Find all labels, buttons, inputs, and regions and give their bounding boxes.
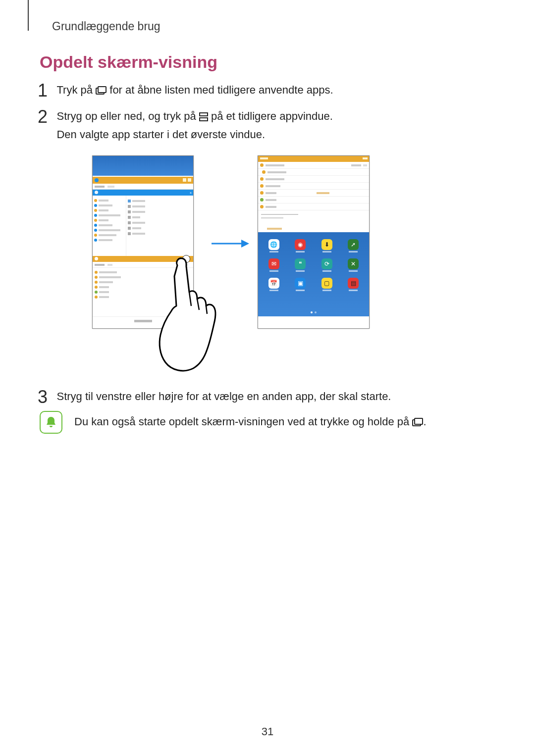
svg-rect-7 (415, 418, 423, 424)
illustration-screen-right: ▬▬▬▬▬▬▬▬▬▬▬▬▬▬▬▬▬▬▬▬▬▬▬▬ 🌐 ◉ ⬇ ➚ ✉ ❝ ⟳ ✕… (258, 155, 370, 329)
note-post: . (423, 415, 426, 428)
svg-rect-1 (98, 87, 106, 93)
step-1-number: 1 (38, 82, 48, 100)
step-2-line2: Den valgte app starter i det øverste vin… (56, 128, 265, 141)
step-2-pre: Stryg op eller ned, og tryk på (56, 110, 199, 122)
page-number: 31 (0, 725, 535, 738)
step-3-number: 3 (38, 388, 48, 406)
step-1-text: Tryk på for at åbne listen med tidligere… (56, 82, 333, 100)
step-3: 3 Stryg til venstre eller højre for at v… (38, 388, 391, 406)
header-rule (28, 0, 29, 31)
svg-marker-5 (241, 240, 249, 248)
step-2-number: 2 (38, 108, 48, 126)
step-3-text: Stryg til venstre eller højre for at væl… (56, 388, 391, 405)
step-2: 2 Stryg op eller ned, og tryk på på et t… (38, 108, 333, 143)
step-1-post: for at åbne listen med tidligere anvendt… (109, 84, 333, 96)
step-1-pre: Tryk på (56, 84, 96, 96)
step-2-post: på et tidligere appvindue. (211, 110, 333, 122)
svg-rect-3 (200, 118, 208, 121)
illustration: × (89, 152, 446, 370)
split-screen-icon (199, 109, 208, 126)
note-bell-icon (40, 411, 62, 434)
section-heading: Opdelt skærm-visning (40, 52, 217, 72)
recent-apps-icon (96, 83, 107, 100)
arrow-icon (211, 237, 250, 252)
note: Du kan også starte opdelt skærm-visninge… (40, 411, 427, 434)
note-text: Du kan også starte opdelt skærm-visninge… (74, 415, 427, 430)
step-2-text: Stryg op eller ned, og tryk på på et tid… (56, 108, 332, 143)
note-pre: Du kan også starte opdelt skærm-visninge… (74, 415, 412, 428)
svg-rect-2 (200, 113, 208, 116)
recent-apps-icon (412, 417, 423, 430)
hand-pointer-icon (154, 256, 238, 375)
step-1: 1 Tryk på for at åbne listen med tidlige… (38, 82, 333, 100)
page-header: Grundlæggende brug (52, 20, 160, 33)
